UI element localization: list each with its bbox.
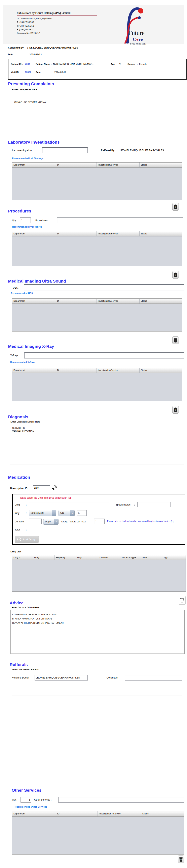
consultant-label: Consultant [107,676,118,679]
trash-icon: ↻ [179,857,183,862]
other-services-input[interactable] [58,797,184,803]
uss-label: USS : [13,286,19,289]
recommended-other-services-link[interactable]: Recommended Other Services [14,806,47,808]
chevron-down-icon: ▼ [54,519,58,524]
procedures-qty-input[interactable] [20,217,31,223]
drug-list-table: Drug ID Drug Fequency Way Duration Durat… [12,555,186,592]
col-status: Status [140,231,182,236]
col-status: Status [140,162,182,167]
recommended-uss-link[interactable]: Recommended USS [11,292,33,294]
patient-id-label: Patient ID : [11,63,23,65]
xray-input[interactable] [24,352,184,359]
refresh-prescription-button[interactable] [52,485,57,492]
procedures-input[interactable] [57,217,183,223]
recommended-lab-testings-link[interactable]: Recommended Lab Testings [12,157,43,159]
col-investigation-service: Investigation/Service [97,162,140,167]
drug-input[interactable] [29,502,109,507]
procedures-qty-label: Qty : [12,219,17,222]
per-meal-label: Drugs/Tablets per meal : [61,520,87,523]
drug-suggestion-note: Please select the Drug from Drug suggess… [19,496,71,499]
col-duration-type: Duration Type [121,555,141,560]
meal-select[interactable]: Before Meal ▼ [29,510,56,516]
total-colon: : [26,528,27,531]
section-title-referrals: Refferals [10,662,28,667]
duration-unit-value: Day/s [43,519,54,524]
per-meal-input[interactable] [94,519,105,524]
delete-advice-button[interactable] [179,596,186,604]
svg-text:↻: ↻ [175,206,176,208]
refresh-icon [52,485,57,491]
drug-label: Drug [15,503,20,506]
lab-investigation-input[interactable] [42,148,88,153]
special-notes-input[interactable] [137,502,171,507]
patient-id-value: 7084 [25,63,30,65]
visit-date-value: : 2024-06-12 [53,71,66,73]
way-label: Way [15,512,20,515]
procedures-label: Procedures : [35,219,49,222]
way-colon: : [26,512,27,515]
add-drug-button[interactable]: + Add Drug [15,536,39,543]
col-id: ID [55,299,97,304]
col-way: Way [76,555,98,560]
delete-other-service-button[interactable]: ↻ [178,856,184,863]
logo-future-text: Future [128,29,145,37]
complaints-textarea[interactable]: GYNAE USS REPORT NORMAL [12,93,182,133]
other-services-label: Other Services : [34,798,51,801]
other-services-table-header: Department ID Investigation / Service St… [12,811,184,817]
duration-input[interactable] [29,519,42,524]
other-services-qty-input[interactable] [21,797,31,803]
referring-doctor-input[interactable] [35,675,88,681]
col-investigation-service: Investigation / Service [98,811,141,816]
col-qty: Qty [163,555,185,560]
section-title-ultrasound: Medical Imaging Ultra Sound [8,279,66,284]
referred-by-value: LEONEL ENRIQUE GUERRA ROSALES [120,149,164,152]
delete-lab-testing-button[interactable]: ↻ [172,203,179,211]
duration-unit-select[interactable]: Day/s ▼ [43,519,59,525]
delete-xray-button[interactable]: ↻ [172,406,179,414]
section-title-diagnosis: Diagnosis [8,414,28,419]
duration-label: Duration : [15,520,25,523]
procedures-table-header: Department ID Investigation/Service Stat… [12,231,182,237]
col-drug: Drug [33,555,54,560]
other-services-qty-label: Qty : [12,798,17,801]
xray-table: Department ID Investigation/Service Stat… [12,368,182,401]
way-qty-input[interactable] [77,510,87,516]
advice-textarea[interactable]: CLOTRIMAZOL PESSARY OD FOR 6 DAYS BRUFEN… [10,610,185,654]
visit-id-label: Visit ID : [11,71,21,73]
col-frequency: Fequency [54,555,76,560]
col-status: Status [140,368,182,373]
col-status: Status [140,299,182,304]
consultant-input[interactable] [125,675,182,681]
other-services-table: Department ID Investigation / Service St… [12,811,184,855]
section-title-laboratory: Laboratory Investigations [8,140,60,145]
consultation-date-line: Date : 2024-06-12 [8,53,42,56]
add-drug-label: Add Drug [23,538,35,541]
frequency-select[interactable]: OD ▼ [59,510,75,516]
referrals-list-box[interactable] [12,695,182,777]
recommended-procedures-link[interactable]: Recommended Procedures [12,225,42,228]
gender-value: Female [139,63,147,65]
col-department: Department [12,162,55,167]
section-title-medication: Medication [8,475,30,480]
age-value: 28 [119,63,121,65]
delete-uss-button[interactable]: ↻ [172,336,179,344]
consultation-report-page: Future Care by Future Holdings (Pty) Lim… [0,0,187,868]
recommended-xrays-link[interactable]: Recommended X-Rays [10,361,35,363]
prescription-id-input[interactable] [33,485,50,491]
col-department: Department [12,811,56,816]
diagnosis-textarea[interactable]: CERVICITIS VAGINAL INFECTION [10,424,184,464]
company-number: Company No.8417652-2 [17,32,40,34]
special-notes-label: Special Notes [116,503,130,506]
company-address: Le Chainter,Victoria,Mahe,Seychelles [17,17,52,20]
svg-text:↻: ↻ [175,409,176,411]
col-drug-id: Drug ID [12,555,33,560]
referring-doctor-label: Reffering Doctor [12,676,29,679]
meal-select-value: Before Meal [29,510,52,516]
section-title-advice: Advice [10,600,24,606]
delete-procedure-button[interactable]: ↻ [172,271,179,279]
date-label: Date [8,53,27,56]
uss-input[interactable] [24,284,184,290]
xray-label: X-Rays : [10,354,20,357]
complaints-label: Enter Complaints Here [12,88,37,91]
col-investigation-service: Investigation/Service [97,368,140,373]
